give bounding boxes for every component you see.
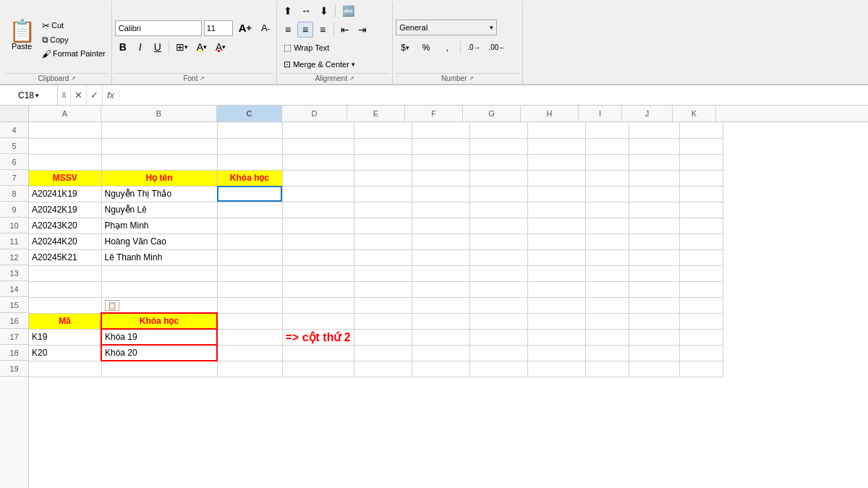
fill-color-button[interactable]: A ▾ [193,39,210,55]
align-right-button[interactable]: ≡ [315,22,331,38]
cell-f4[interactable] [412,122,469,138]
corner-cell[interactable] [0,106,29,121]
italic-button[interactable]: I [132,39,148,55]
col-header-h[interactable]: H [521,106,579,121]
row-header-8[interactable]: 8 [0,186,28,202]
cell-f16[interactable] [412,313,469,329]
paste-button[interactable]: 📋 Paste [6,14,38,56]
increase-indent-button[interactable]: ⇥ [354,22,370,38]
col-header-k[interactable]: K [673,106,716,121]
cell-d5[interactable] [282,138,354,154]
cell-i7[interactable] [585,170,629,186]
text-direction-button[interactable]: 🔤 [339,3,358,19]
format-painter-button[interactable]: 🖌 Format Painter [39,47,109,61]
font-size-input[interactable] [204,20,233,36]
cell-c6[interactable] [217,154,282,170]
cell-g9[interactable] [469,202,527,218]
cell-h10[interactable] [527,218,585,234]
number-format-dropdown[interactable]: General ▾ [396,20,497,35]
cell-f8[interactable] [412,186,469,202]
cell-k11[interactable] [679,234,723,249]
cell-g16[interactable] [469,313,527,329]
cell-a10[interactable]: A20243K20 [29,218,101,234]
cell-a9[interactable]: A20242K19 [29,202,101,218]
cell-h14[interactable] [527,281,585,297]
cell-h13[interactable] [527,265,585,281]
cell-a11[interactable]: A20244K20 [29,234,101,249]
cell-k9[interactable] [679,202,723,218]
cell-j11[interactable] [629,234,679,249]
cell-f12[interactable] [412,249,469,265]
cell-j16[interactable] [629,313,679,329]
row-header-11[interactable]: 11 [0,234,28,249]
cell-k13[interactable] [679,265,723,281]
cell-j10[interactable] [629,218,679,234]
cell-j14[interactable] [629,281,679,297]
row-header-16[interactable]: 16 [0,313,28,329]
row-header-4[interactable]: 4 [0,122,28,138]
cell-f6[interactable] [412,154,469,170]
cell-i6[interactable] [585,154,629,170]
cell-h12[interactable] [527,249,585,265]
cell-j19[interactable] [629,361,679,377]
cell-b10[interactable]: Phạm Minh [101,218,217,234]
cell-h19[interactable] [527,361,585,377]
cell-k10[interactable] [679,218,723,234]
cell-k18[interactable] [679,345,723,361]
cancel-formula-button[interactable]: ✕ [71,85,87,105]
dollar-button[interactable]: $ ▾ [396,40,414,56]
cell-f19[interactable] [412,361,469,377]
cell-i15[interactable] [585,297,629,313]
cell-k19[interactable] [679,361,723,377]
cell-c17[interactable] [217,329,282,345]
cell-c12[interactable] [217,249,282,265]
cell-f15[interactable] [412,297,469,313]
row-header-19[interactable]: 19 [0,361,28,377]
cell-g5[interactable] [469,138,527,154]
align-middle-button[interactable]: ↔ [297,3,315,19]
cell-d17-arrow[interactable]: => cột thứ 2 [282,329,354,345]
cell-e12[interactable] [354,249,412,265]
borders-button[interactable]: ⊞▾ [172,39,192,55]
shrink-font-button[interactable]: A- [258,20,273,36]
cell-d14[interactable] [282,281,354,297]
cell-k14[interactable] [679,281,723,297]
row-header-13[interactable]: 13 [0,265,28,281]
cell-f17[interactable] [412,329,469,345]
cell-h8[interactable] [527,186,585,202]
cell-a15[interactable] [29,297,101,313]
cell-i14[interactable] [585,281,629,297]
cell-j6[interactable] [629,154,679,170]
cell-c8[interactable] [217,186,282,202]
cell-j17[interactable] [629,329,679,345]
row-header-10[interactable]: 10 [0,218,28,234]
cell-h16[interactable] [527,313,585,329]
col-header-a[interactable]: A [29,106,101,121]
cell-g7[interactable] [469,170,527,186]
col-header-j[interactable]: J [622,106,673,121]
cell-j5[interactable] [629,138,679,154]
cell-h11[interactable] [527,234,585,249]
cell-a8[interactable]: A20241K19 [29,186,101,202]
cell-b4[interactable] [101,122,217,138]
cell-g12[interactable] [469,249,527,265]
cell-g6[interactable] [469,154,527,170]
cell-d8[interactable] [282,186,354,202]
number-expand-icon[interactable]: ↗ [469,75,474,82]
cell-e14[interactable] [354,281,412,297]
cut-button[interactable]: ✂ Cut [39,19,109,33]
cell-i16[interactable] [585,313,629,329]
cell-d9[interactable] [282,202,354,218]
cell-b13[interactable] [101,265,217,281]
cell-j12[interactable] [629,249,679,265]
row-header-6[interactable]: 6 [0,154,28,170]
row-header-7[interactable]: 7 [0,170,28,186]
cell-e18[interactable] [354,345,412,361]
cell-h6[interactable] [527,154,585,170]
merge-center-button[interactable]: ⊡ Merge & Center ▾ [280,57,359,72]
cell-e4[interactable] [354,122,412,138]
row-header-15[interactable]: 15 [0,297,28,313]
cell-e5[interactable] [354,138,412,154]
align-left-button[interactable]: ≡ [280,22,296,38]
cell-i19[interactable] [585,361,629,377]
